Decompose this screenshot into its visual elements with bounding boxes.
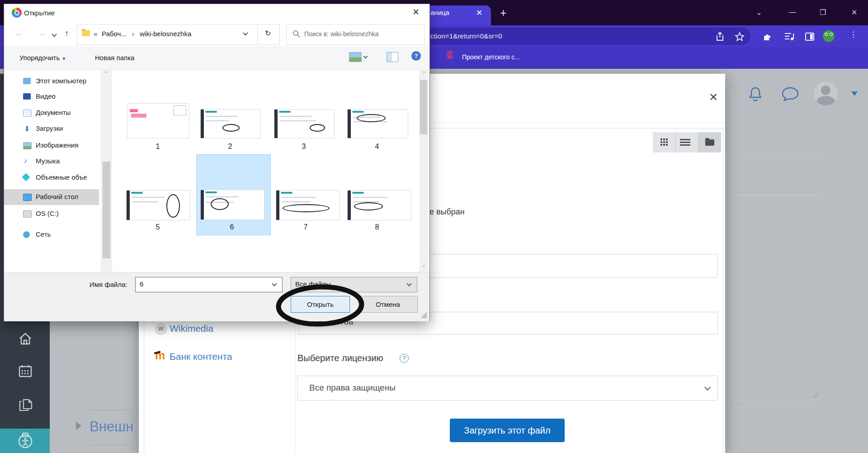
filemanager-drop-area xyxy=(733,195,820,400)
back-icon[interactable]: ← xyxy=(15,29,24,38)
file-label[interactable]: 1 xyxy=(149,143,167,151)
dialog-help-icon[interactable]: ? xyxy=(411,51,421,61)
view-list-button[interactable] xyxy=(675,132,698,153)
upload-file-button[interactable]: Загрузить этот файл xyxy=(450,419,565,442)
messages-icon[interactable] xyxy=(781,86,799,102)
file-label[interactable]: 5 xyxy=(149,223,167,231)
profile-avatar[interactable] xyxy=(823,30,835,42)
list-view-icon xyxy=(682,139,690,140)
files-scroll-thumb[interactable] xyxy=(420,80,427,134)
file-label[interactable]: 7 xyxy=(297,223,315,231)
share-icon[interactable] xyxy=(715,32,725,42)
repo-item-wikimedia[interactable]: Wikimedia xyxy=(170,323,213,334)
file-label[interactable]: 2 xyxy=(221,143,239,151)
file-label[interactable]: 3 xyxy=(295,143,313,151)
accessibility-block[interactable] xyxy=(0,429,50,453)
window-minimize-icon[interactable]: — xyxy=(789,8,796,16)
resize-grip[interactable] xyxy=(421,313,427,318)
license-label: Выберите лицензию xyxy=(297,353,383,363)
scroll-up-icon[interactable]: ⌃ xyxy=(422,71,426,76)
sidebar-scroll-thumb[interactable] xyxy=(103,162,110,258)
sidebar-item-desktop[interactable]: Рабочий стол xyxy=(36,193,78,200)
up-icon[interactable]: ↑ xyxy=(65,29,69,38)
breadcrumb-separator: › xyxy=(132,30,134,38)
file-label[interactable]: 6 xyxy=(223,223,241,231)
user-menu-caret-icon[interactable] xyxy=(851,91,858,96)
section-divider xyxy=(90,445,139,445)
sidebar-item-os-c[interactable]: OS (C:) xyxy=(36,210,59,217)
organize-menu[interactable]: Упорядочить ▼ xyxy=(19,54,66,62)
breadcrumb-prefix[interactable]: « xyxy=(94,30,97,38)
sidebar-item-video[interactable]: Видео xyxy=(36,92,56,100)
extensions-icon[interactable] xyxy=(762,32,772,42)
user-avatar[interactable] xyxy=(814,81,838,105)
new-folder-button[interactable]: Новая папка xyxy=(95,54,134,62)
sidebar-item-pictures[interactable]: Изображения xyxy=(36,141,78,149)
pictures-icon xyxy=(23,142,32,149)
window-maximize-icon[interactable]: ❐ xyxy=(820,8,826,17)
view-tree-button[interactable] xyxy=(698,132,721,153)
search-placeholder[interactable]: Поиск в: wiki-belosnezhka xyxy=(304,30,379,38)
file-label[interactable]: 4 xyxy=(368,143,386,151)
repo-item-content-bank[interactable]: Банк контента xyxy=(170,351,232,362)
bookmark-item[interactable]: Проект детского с... xyxy=(462,53,520,61)
file-thumbnail-1[interactable] xyxy=(127,103,189,138)
preview-pane-icon[interactable] xyxy=(387,52,398,62)
sidebar-item-computer[interactable]: Этот компьютер xyxy=(36,77,86,85)
file-thumbnail-6[interactable] xyxy=(200,190,264,220)
sidebar-item-3d-objects[interactable]: Объемные объе xyxy=(36,173,87,181)
file-label[interactable]: 8 xyxy=(368,223,386,231)
search-icon xyxy=(292,30,300,38)
scroll-down-icon[interactable]: ⌄ xyxy=(422,262,426,268)
refresh-button[interactable]: ↻ xyxy=(258,24,280,45)
sidebar-item-music[interactable]: Музыка xyxy=(36,157,60,165)
modal-close-icon[interactable]: ✕ xyxy=(709,91,718,104)
pages-icon[interactable] xyxy=(18,397,33,411)
window-close-icon[interactable]: ✕ xyxy=(851,8,857,17)
marker-circle-annotation xyxy=(272,283,368,329)
sidebar-item-downloads[interactable]: Загрузки xyxy=(36,124,63,132)
open-file-dialog: Открытие ✕ ← → ↑ « Рабоч... › wiki-belos… xyxy=(4,4,430,321)
scroll-up-icon[interactable]: ⌃ xyxy=(104,71,108,76)
file-thumbnail-3[interactable] xyxy=(274,109,335,138)
breadcrumb-current[interactable]: wiki-belosnezhka xyxy=(140,30,191,38)
view-grid-button[interactable] xyxy=(653,132,675,153)
content-bank-icon: m xyxy=(155,350,165,360)
home-icon[interactable] xyxy=(18,332,33,346)
file-thumbnail-7[interactable] xyxy=(276,190,340,220)
side-panel-icon[interactable] xyxy=(805,32,815,42)
bookmark-star-icon[interactable] xyxy=(735,32,745,42)
file-thumbnail-5[interactable] xyxy=(126,190,190,220)
folder-icon xyxy=(82,30,90,36)
section-collapse-icon[interactable] xyxy=(76,422,81,430)
calendar-icon[interactable] xyxy=(18,364,33,378)
media-queue-icon[interactable] xyxy=(784,32,795,42)
section-divider xyxy=(90,410,139,410)
browser-menu-icon[interactable]: ⋮ xyxy=(849,30,857,39)
notifications-bell-icon[interactable] xyxy=(749,86,762,101)
tab-title: аница xyxy=(430,9,449,16)
forward-icon[interactable]: → xyxy=(38,29,46,38)
file-thumbnail-8[interactable] xyxy=(347,190,411,220)
folder-view-icon xyxy=(705,139,714,146)
documents-icon xyxy=(23,110,32,117)
breadcrumb-root[interactable]: Рабоч... xyxy=(102,30,127,38)
desktop-icon xyxy=(23,194,32,201)
url-text[interactable]: ction=1&return=0&sr=0 xyxy=(430,32,502,40)
dialog-close-icon[interactable]: ✕ xyxy=(412,7,420,17)
file-thumbnail-2[interactable] xyxy=(200,109,261,138)
accessibility-icon xyxy=(17,431,33,449)
video-icon xyxy=(23,93,31,100)
new-tab-button[interactable]: + xyxy=(500,6,507,19)
help-icon[interactable]: ? xyxy=(400,354,409,363)
music-icon: ♪ xyxy=(24,157,28,164)
sidebar-item-documents[interactable]: Документы xyxy=(36,109,71,116)
os-drive-icon xyxy=(23,210,32,218)
change-view-icon[interactable] xyxy=(349,52,362,62)
wikimedia-icon: W xyxy=(155,323,167,335)
sidebar-item-network[interactable]: Сеть xyxy=(36,230,51,238)
filename-input[interactable] xyxy=(135,277,283,292)
tab-close-icon[interactable]: ✕ xyxy=(476,8,482,18)
file-thumbnail-4[interactable] xyxy=(347,109,408,138)
window-chevron-icon[interactable]: ⌄ xyxy=(756,8,762,17)
